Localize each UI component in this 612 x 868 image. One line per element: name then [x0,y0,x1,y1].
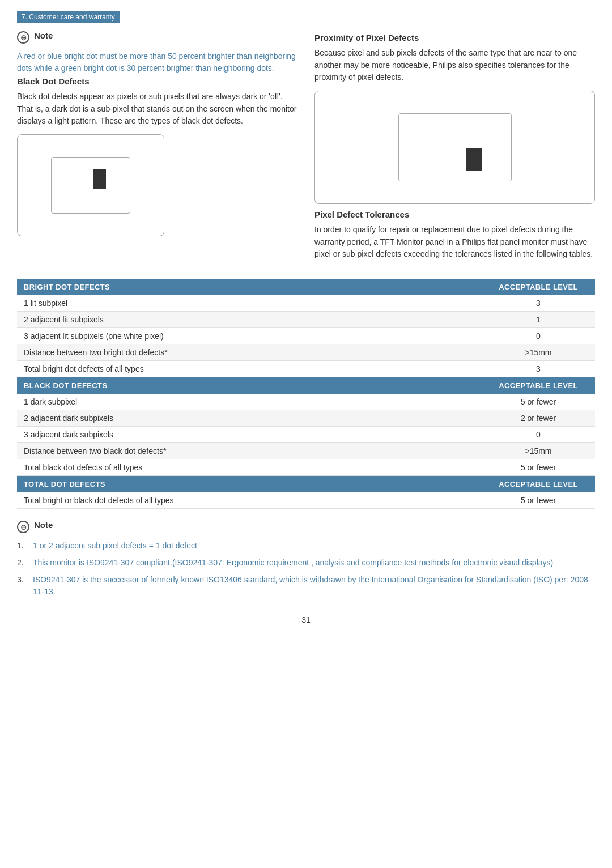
table-row-value: 0 [482,427,595,443]
note-bottom-list: 1.1 or 2 adjacent sub pixel defects = 1 … [17,540,595,598]
page-number: 31 [17,615,595,624]
note-item-number: 2. [17,557,27,569]
note-item-number: 3. [17,574,27,586]
top-bar-label: 7. Customer care and warranty [17,11,120,23]
table-header-level: ACCEPTABLE LEVEL [482,377,595,394]
left-diagram-box [17,134,164,236]
table-row-label: 1 lit subpixel [17,295,482,312]
table-row-value: 0 [482,328,595,344]
table-row-label: 1 dark subpixel [17,394,482,410]
table-header-label: BRIGHT DOT DEFECTS [17,279,482,295]
table-row-value: >15mm [482,344,595,361]
table-row: Total black dot defects of all types5 or… [17,459,595,476]
table-row: 1 lit subpixel3 [17,295,595,312]
note-item-text: ISO9241-307 is the successor of formerly… [33,574,595,598]
table-header-label: TOTAL DOT DEFECTS [17,476,482,493]
table-row: 2 adjacent lit subpixels1 [17,312,595,328]
table-row: 2 adjacent dark subpixels2 or fewer [17,410,595,427]
table-row: 1 dark subpixel5 or fewer [17,394,595,410]
table-row: 3 adjacent dark subpixels0 [17,427,595,443]
right-diagram-box [314,91,595,204]
table-row-value: 5 or fewer [482,394,595,410]
table-row: 3 adjacent lit subpixels (one white pixe… [17,328,595,344]
note-block-top: ⊖ Note [17,31,298,44]
black-dot-body: Black dot defects appear as pixels or su… [17,91,298,127]
left-dark-pixel [94,169,106,189]
table-header-row: BLACK DOT DEFECTSACCEPTABLE LEVEL [17,377,595,394]
table-row-label: Distance between two black dot defects* [17,443,482,459]
table-row-label: Total bright or black dot defects of all… [17,492,482,509]
note-bottom-header: ⊖ Note [17,520,595,533]
table-row-label: Distance between two bright dot defects* [17,344,482,361]
note-label-top: Note [34,31,53,40]
table-row-value: 5 or fewer [482,459,595,476]
table-row-value: 1 [482,312,595,328]
note-block-bottom: ⊖ Note 1.1 or 2 adjacent sub pixel defec… [17,520,595,598]
note-bottom-label: Note [34,520,53,530]
table-row-label: 3 adjacent lit subpixels (one white pixe… [17,328,482,344]
left-diagram-inner [51,157,130,214]
note-icon-bottom: ⊖ [17,521,29,533]
note-item-text: 1 or 2 adjacent sub pixel defects = 1 do… [33,540,197,552]
table-row-label: 3 adjacent dark subpixels [17,427,482,443]
right-dark-pixel [466,148,482,171]
note-icon-top: ⊖ [17,31,29,44]
two-col-section: ⊖ Note A red or blue bright dot must be … [17,31,595,267]
note-list-item: 1.1 or 2 adjacent sub pixel defects = 1 … [17,540,595,552]
note-list-item: 2.This monitor is ISO9241-307 compliant.… [17,557,595,569]
pixel-defect-body: In order to qualify for repair or replac… [314,224,595,261]
table-header-level: ACCEPTABLE LEVEL [482,476,595,493]
table-row-value: 2 or fewer [482,410,595,427]
table-row-value: 3 [482,361,595,377]
right-column: Proximity of Pixel Defects Because pixel… [314,31,595,267]
black-dot-heading: Black Dot Defects [17,76,298,86]
proximity-heading: Proximity of Pixel Defects [314,33,595,42]
proximity-body: Because pixel and sub pixels defects of … [314,47,595,84]
note-item-text: This monitor is ISO9241-307 compliant.(I… [33,557,553,569]
table-row: Distance between two black dot defects*>… [17,443,595,459]
table-row-label: Total black dot defects of all types [17,459,482,476]
table-row-label: 2 adjacent lit subpixels [17,312,482,328]
table-row-label: 2 adjacent dark subpixels [17,410,482,427]
table-row: Total bright dot defects of all types3 [17,361,595,377]
note-body-text: A red or blue bright dot must be more th… [17,50,298,74]
table-row-value: >15mm [482,443,595,459]
table-row: Total bright or black dot defects of all… [17,492,595,509]
table-header-level: ACCEPTABLE LEVEL [482,279,595,295]
table-row-value: 3 [482,295,595,312]
table-row-label: Total bright dot defects of all types [17,361,482,377]
defect-table: BRIGHT DOT DEFECTSACCEPTABLE LEVEL1 lit … [17,279,595,509]
note-item-number: 1. [17,540,27,552]
left-column: ⊖ Note A red or blue bright dot must be … [17,31,298,267]
note-list-item: 3.ISO9241-307 is the successor of former… [17,574,595,598]
right-diagram-inner [398,113,512,181]
table-header-row: BRIGHT DOT DEFECTSACCEPTABLE LEVEL [17,279,595,295]
note-label-text: Note [34,31,53,40]
table-header-label: BLACK DOT DEFECTS [17,377,482,394]
table-header-row: TOTAL DOT DEFECTSACCEPTABLE LEVEL [17,476,595,493]
table-row: Distance between two bright dot defects*… [17,344,595,361]
table-row-value: 5 or fewer [482,492,595,509]
pixel-defect-heading: Pixel Defect Tolerances [314,210,595,219]
